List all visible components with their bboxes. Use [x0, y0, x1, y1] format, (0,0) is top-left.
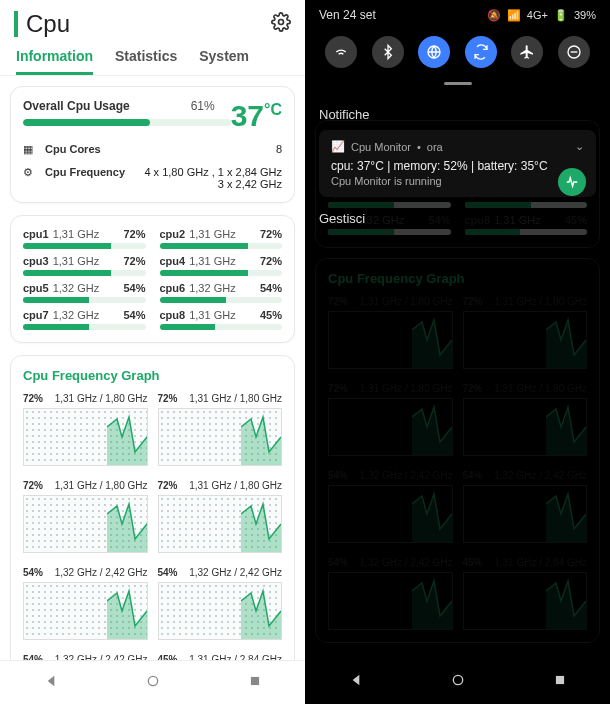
- bluetooth-icon: [380, 44, 396, 60]
- square-recent-icon: [248, 674, 262, 688]
- graph-cell: 72%1,31 GHz / 1,80 GHz: [158, 393, 283, 466]
- spec-cores: ▦ Cpu Cores 8: [23, 143, 282, 156]
- shade-handle[interactable]: [444, 82, 472, 85]
- mute-icon: 🔕: [487, 9, 501, 22]
- core-cell: cpu51,32 GHz54%: [23, 282, 146, 303]
- app-header: Cpu: [0, 0, 305, 42]
- svg-point-6: [454, 675, 463, 684]
- tab-system[interactable]: System: [199, 48, 249, 75]
- graph-cell: 72%1,31 GHz / 1,80 GHz: [23, 393, 148, 466]
- airplane-icon: [519, 44, 535, 60]
- svg-point-1: [149, 676, 158, 685]
- accent-bar: [14, 11, 18, 37]
- spec-freq: ⚙ Cpu Frequency 4 x 1,80 GHz , 1 x 2,84 …: [23, 166, 282, 190]
- notifications-header: Notifiche: [319, 107, 596, 122]
- triangle-back-icon: [348, 672, 364, 688]
- wifi-icon: [333, 44, 349, 60]
- grid-icon: ▦: [23, 143, 39, 156]
- pulse-badge-icon: [565, 175, 579, 189]
- core-cell: cpu61,32 GHz54%: [160, 282, 283, 303]
- overall-label: Overall Cpu Usage: [23, 99, 130, 113]
- square-recent-icon: [553, 673, 567, 687]
- gear-icon: [271, 12, 291, 32]
- qs-dnd[interactable]: [558, 36, 590, 68]
- pulse-icon: 📈: [331, 140, 345, 153]
- notif-subtext: Cpu Monitor is running: [331, 175, 584, 187]
- status-bar: Ven 24 set 🔕 📶 4G+ 🔋 39%: [319, 8, 596, 22]
- graph-cell: 72%1,31 GHz / 1,80 GHz: [463, 383, 588, 456]
- graph-cell: 54%1,32 GHz / 2,42 GHz: [158, 567, 283, 640]
- nav-recent-r[interactable]: [553, 673, 567, 691]
- notif-text: cpu: 37°C | memory: 52% | battery: 35°C: [331, 159, 584, 173]
- graph-cell: 72%1,31 GHz / 1,80 GHz: [328, 383, 453, 456]
- nav-bar: [0, 660, 305, 704]
- qs-sync[interactable]: [465, 36, 497, 68]
- notification-card[interactable]: 📈 Cpu Monitor • ora ⌄ cpu: 37°C | memory…: [319, 130, 596, 197]
- graph-cell: 54%1,32 GHz / 2,42 GHz: [23, 567, 148, 640]
- nav-home[interactable]: [145, 673, 161, 693]
- cores-card: cpu11,31 GHz72%cpu21,31 GHz72%cpu31,31 G…: [10, 215, 295, 343]
- svg-rect-7: [556, 676, 564, 684]
- overall-pct: 61%: [191, 99, 215, 113]
- qs-wifi[interactable]: [325, 36, 357, 68]
- settings-button[interactable]: [271, 12, 291, 36]
- status-date: Ven 24 set: [319, 8, 376, 22]
- core-cell: cpu41,31 GHz72%: [160, 255, 283, 276]
- graph-title: Cpu Frequency Graph: [23, 368, 282, 383]
- notif-badge[interactable]: [558, 168, 586, 196]
- core-cell: cpu11,31 GHz72%: [23, 228, 146, 249]
- page-title: Cpu: [26, 10, 271, 38]
- dnd-icon: [566, 44, 582, 60]
- notif-app-row: 📈 Cpu Monitor • ora ⌄: [331, 140, 584, 153]
- notification-shade-panel: cpu11,31 GHz72%cpu21,31 GHz72%cpu31,31 G…: [305, 0, 610, 704]
- battery-pct: 39%: [574, 9, 596, 21]
- network-label: 4G+: [527, 9, 548, 21]
- battery-icon: 🔋: [554, 9, 568, 22]
- qs-airplane[interactable]: [511, 36, 543, 68]
- chip-icon: ⚙: [23, 166, 39, 179]
- nav-home-r[interactable]: [450, 672, 466, 692]
- manage-link[interactable]: Gestisci: [319, 211, 596, 226]
- notifications-section: Notifiche 📈 Cpu Monitor • ora ⌄ cpu: 37°…: [305, 97, 610, 236]
- graph-card: Cpu Frequency Graph 72%1,31 GHz / 1,80 G…: [10, 355, 295, 660]
- tabs: Information Statistics System: [0, 42, 305, 76]
- status-icons: 🔕 📶 4G+ 🔋 39%: [487, 9, 596, 22]
- graph-cell: 72%1,31 GHz / 1,80 GHz: [158, 480, 283, 553]
- collapse-icon[interactable]: ⌄: [575, 140, 584, 153]
- qs-bluetooth[interactable]: [372, 36, 404, 68]
- tab-information[interactable]: Information: [16, 48, 93, 75]
- graph-cell: 54%1,32 GHz / 2,42 GHz: [328, 470, 453, 543]
- content: Overall Cpu Usage 61% 37°C ▦ Cpu Cores 8…: [0, 76, 305, 660]
- shade-top: Ven 24 set 🔕 📶 4G+ 🔋 39%: [305, 0, 610, 97]
- cpu-temp: 37°C: [231, 99, 282, 133]
- qs-data[interactable]: [418, 36, 450, 68]
- core-cell: cpu31,31 GHz72%: [23, 255, 146, 276]
- circle-home-icon: [450, 672, 466, 688]
- graph-cell: 72%1,31 GHz / 1,80 GHz: [463, 296, 588, 369]
- app-left-panel: Cpu Information Statistics System Overal…: [0, 0, 305, 704]
- overall-bar: [23, 119, 231, 126]
- graph-cell: 54%1,32 GHz / 2,42 GHz: [463, 470, 588, 543]
- core-cell: cpu21,31 GHz72%: [160, 228, 283, 249]
- quick-settings: [319, 22, 596, 74]
- graph-cell: 72%1,31 GHz / 1,80 GHz: [328, 296, 453, 369]
- tab-statistics[interactable]: Statistics: [115, 48, 177, 75]
- globe-icon: [426, 44, 442, 60]
- core-cell: cpu81,31 GHz45%: [160, 309, 283, 330]
- nav-bar-right: [305, 660, 610, 704]
- circle-home-icon: [145, 673, 161, 689]
- graph-cell: 72%1,31 GHz / 1,80 GHz: [23, 480, 148, 553]
- core-cell: cpu71,32 GHz54%: [23, 309, 146, 330]
- signal-icon: 📶: [507, 9, 521, 22]
- svg-rect-2: [251, 676, 259, 684]
- graph-cell: 54%1,32 GHz / 2,42 GHz: [328, 557, 453, 630]
- nav-back-r[interactable]: [348, 672, 364, 692]
- triangle-back-icon: [43, 673, 59, 689]
- overall-card: Overall Cpu Usage 61% 37°C ▦ Cpu Cores 8…: [10, 86, 295, 203]
- nav-back[interactable]: [43, 673, 59, 693]
- sync-icon: [473, 44, 489, 60]
- nav-recent[interactable]: [248, 674, 262, 692]
- graph-cell: 45%1,31 GHz / 2,84 GHz: [463, 557, 588, 630]
- svg-point-0: [279, 20, 284, 25]
